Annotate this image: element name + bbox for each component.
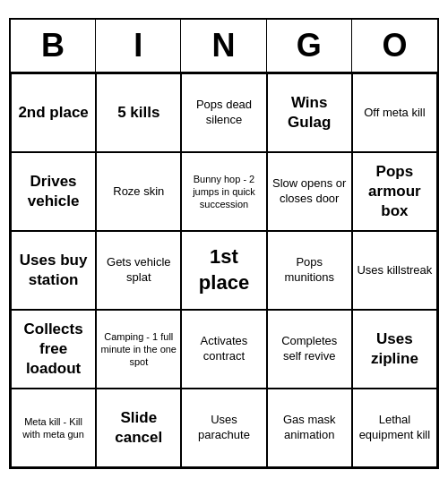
header-letter: O (352, 20, 437, 72)
bingo-cell: 2nd place (11, 73, 96, 152)
header-letter: G (267, 20, 352, 72)
bingo-cell: Gets vehicle splat (96, 231, 181, 310)
bingo-cell: Bunny hop - 2 jumps in quick succession (181, 152, 266, 231)
bingo-cell: Slide cancel (96, 389, 181, 467)
bingo-cell: 5 kills (96, 73, 181, 152)
bingo-cell: Completes self revive (267, 310, 352, 389)
header-letter: I (96, 20, 181, 72)
header-letter: N (181, 20, 266, 72)
bingo-card: BINGO 2nd place5 killsPops dead silenceW… (9, 18, 439, 469)
bingo-grid: 2nd place5 killsPops dead silenceWins Gu… (11, 73, 437, 467)
bingo-header: BINGO (11, 20, 437, 73)
bingo-cell: Activates contract (181, 310, 266, 389)
bingo-cell: Wins Gulag (267, 73, 352, 152)
bingo-cell: 1st place (181, 231, 266, 310)
bingo-cell: Meta kill - Kill with meta gun (11, 389, 96, 467)
bingo-cell: Slow opens or closes door (267, 152, 352, 231)
bingo-cell: Lethal equipment kill (352, 389, 437, 467)
bingo-cell: Camping - 1 full minute in the one spot (96, 310, 181, 389)
bingo-cell: Uses parachute (181, 389, 266, 467)
bingo-cell: Off meta kill (352, 73, 437, 152)
bingo-cell: Gas mask animation (267, 389, 352, 467)
bingo-cell: Roze skin (96, 152, 181, 231)
bingo-cell: Pops dead silence (181, 73, 266, 152)
bingo-cell: Pops armour box (352, 152, 437, 231)
bingo-cell: Pops munitions (267, 231, 352, 310)
bingo-cell: Uses zipline (352, 310, 437, 389)
bingo-cell: Drives vehicle (11, 152, 96, 231)
bingo-cell: Uses buy station (11, 231, 96, 310)
header-letter: B (11, 20, 96, 72)
bingo-cell: Collects free loadout (11, 310, 96, 389)
bingo-cell: Uses killstreak (352, 231, 437, 310)
